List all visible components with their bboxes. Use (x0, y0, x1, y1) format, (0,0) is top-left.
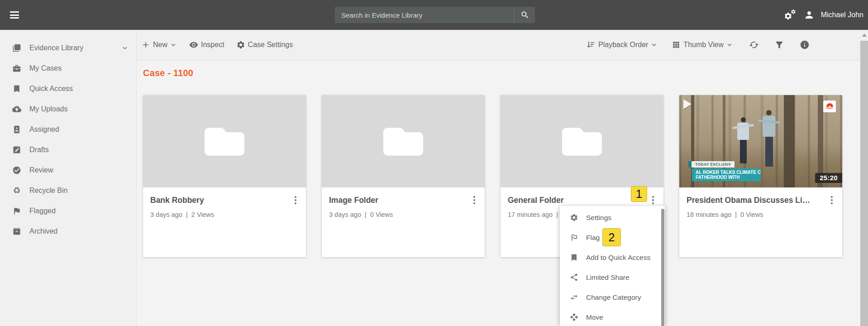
sidebar-item-flagged[interactable]: Flagged (0, 201, 136, 221)
sidebar-item-drafts[interactable]: Drafts (0, 139, 136, 160)
menu-item-label: Move (586, 313, 603, 321)
page-scrollbar[interactable] (860, 30, 868, 326)
card-menu-button[interactable] (291, 195, 300, 206)
gear-icon (236, 40, 245, 49)
video-thumbnail[interactable]: TODAY TODAY EXCLUSIV AL ROKER TALKS CLIM… (679, 95, 842, 187)
filter-icon[interactable] (774, 40, 784, 50)
play-icon[interactable] (683, 99, 692, 109)
chevron-down-icon (169, 41, 177, 49)
folder-thumbnail[interactable] (501, 95, 663, 187)
plus-icon (141, 40, 150, 49)
assignment-badge-icon (12, 125, 22, 134)
menu-item-label: Limited Share (586, 273, 630, 282)
menu-item-limited-share[interactable]: Limited Share (560, 268, 665, 288)
flag-outline-icon (570, 233, 579, 242)
playback-order-dropdown[interactable]: Playback Order (587, 40, 658, 49)
sidebar-item-label: Archived (29, 227, 57, 235)
case-settings-button[interactable]: Case Settings (236, 40, 293, 49)
menu-item-add-to-quick-access[interactable]: Add to Quick Access (560, 248, 665, 268)
topbar-user-area: Michael John (784, 0, 863, 30)
video-duration-badge: 25:20 (815, 173, 842, 183)
sidebar-item-assigned[interactable]: Assigned (0, 119, 136, 139)
menu-item-move[interactable]: Move (560, 307, 665, 326)
chevron-down-icon (650, 41, 658, 49)
sidebar-item-archived[interactable]: Archived (0, 221, 136, 241)
evidence-card-image-folder[interactable]: Image Folder 3 days ago | 0 Views (322, 95, 485, 257)
search-bar (335, 7, 535, 23)
thumb-view-dropdown[interactable]: Thumb View (672, 40, 734, 49)
sidebar-item-evidence-library[interactable]: Evidence Library (0, 38, 136, 58)
search-button[interactable] (514, 7, 535, 23)
case-content: Case - 1100 Bank Robbery 3 days ago | 2 … (137, 60, 860, 257)
new-button-label: New (153, 41, 167, 49)
scrollbar-thumb[interactable] (860, 41, 868, 326)
chevron-down-icon (725, 41, 734, 49)
evidence-cards-row: Bank Robbery 3 days ago | 2 Views Image … (143, 95, 860, 257)
folder-thumbnail[interactable] (143, 95, 306, 187)
menu-item-label: Change Category (586, 293, 641, 302)
menu-icon[interactable] (10, 11, 19, 19)
sidebar-item-label: Flagged (29, 207, 56, 215)
sidebar: Evidence Library My Cases Quick Access M… (0, 30, 137, 326)
today-logo: TODAY (823, 101, 836, 112)
gear-icon (570, 213, 579, 222)
sidebar-item-label: Recycle Bin (29, 187, 67, 195)
inspect-button[interactable]: Inspect (189, 40, 224, 49)
card-menu-button[interactable] (649, 195, 657, 206)
sidebar-item-label: Drafts (29, 146, 49, 154)
card-context-menu: Settings Flag Add to Quick Access Limite… (560, 206, 665, 326)
person-figure-left (737, 117, 749, 163)
card-meta: 3 days ago | 0 Views (329, 211, 477, 218)
flag-icon (12, 206, 22, 216)
sidebar-item-label: My Uploads (29, 105, 67, 113)
sidebar-item-quick-access[interactable]: Quick Access (0, 78, 136, 99)
sidebar-item-label: Review (29, 166, 53, 174)
sidebar-item-recycle-bin[interactable]: ♻ Recycle Bin (0, 180, 136, 201)
case-toolbar: New Inspect Case Settings (137, 30, 860, 60)
person-figure-right (763, 110, 775, 167)
archive-icon (12, 226, 22, 236)
case-settings-button-label: Case Settings (248, 41, 293, 49)
sidebar-item-my-uploads[interactable]: My Uploads (0, 99, 136, 119)
menu-item-label: Flag (586, 234, 600, 242)
evidence-card-video[interactable]: TODAY TODAY EXCLUSIV AL ROKER TALKS CLIM… (679, 95, 842, 257)
card-title: Image Folder (329, 196, 465, 205)
sort-order-icon (587, 40, 596, 49)
sidebar-item-label: Evidence Library (29, 44, 83, 52)
scroll-up-arrow-icon[interactable] (862, 34, 867, 37)
tree-trunk (784, 95, 795, 187)
topbar: Michael John (0, 0, 868, 30)
new-button[interactable]: New (141, 40, 177, 49)
card-title: General Folder (508, 196, 644, 205)
sidebar-item-label: Quick Access (29, 85, 73, 93)
move-icon (570, 313, 579, 322)
folder-thumbnail[interactable] (322, 95, 485, 187)
briefcase-icon (12, 63, 22, 73)
sidebar-item-label: Assigned (29, 125, 59, 134)
info-icon[interactable] (800, 40, 810, 50)
menu-item-settings[interactable]: Settings (560, 208, 665, 228)
settings-gears-icon[interactable] (784, 9, 797, 21)
menu-scrollbar[interactable] (661, 209, 664, 326)
sidebar-item-my-cases[interactable]: My Cases (0, 58, 136, 78)
card-menu-button[interactable] (470, 195, 478, 206)
eye-icon (189, 40, 198, 49)
card-menu-button[interactable] (828, 195, 836, 206)
chevron-down-icon[interactable] (121, 44, 129, 52)
menu-item-change-category[interactable]: Change Category (560, 288, 665, 307)
chyron-tag: TODAY EXCLUSIV (688, 161, 734, 168)
search-input[interactable] (335, 7, 514, 23)
share-icon (570, 273, 579, 282)
menu-item-label: Add to Quick Access (586, 254, 650, 262)
evidence-card-bank-robbery[interactable]: Bank Robbery 3 days ago | 2 Views (143, 95, 306, 257)
folder-icon (382, 126, 424, 157)
user-name[interactable]: Michael John (821, 11, 863, 19)
grid-view-icon (672, 40, 681, 49)
recycle-icon: ♻ (12, 186, 22, 196)
playback-order-label: Playback Order (598, 41, 648, 49)
refresh-icon[interactable] (749, 40, 759, 50)
card-title: President Obama Discusses Li… (687, 196, 822, 205)
evidence-library-icon (12, 43, 22, 53)
user-icon[interactable] (804, 10, 815, 20)
sidebar-item-review[interactable]: Review (0, 160, 136, 180)
